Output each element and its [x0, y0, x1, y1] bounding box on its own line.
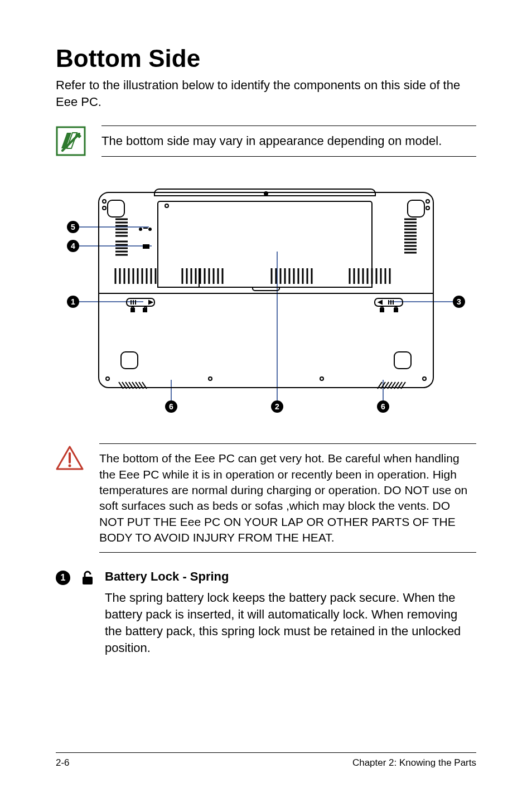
page-title: Bottom Side — [56, 45, 476, 73]
intro-text: Refer to the illustration below to ident… — [56, 77, 476, 110]
callout-6a: 6 — [169, 402, 173, 411]
callout-2: 2 — [275, 402, 279, 411]
page: Bottom Side Refer to the illustration be… — [0, 0, 532, 802]
page-footer: 2-6 Chapter 2: Knowing the Parts — [56, 752, 476, 769]
svg-point-23 — [103, 206, 106, 210]
item-1-number: 1 — [56, 571, 70, 585]
callout-3: 3 — [457, 297, 461, 306]
svg-rect-99 — [143, 308, 147, 312]
warning-block: The bottom of the Eee PC can get very ho… — [56, 443, 476, 553]
footer-page-number: 2-6 — [56, 757, 70, 769]
callout-4: 4 — [71, 241, 75, 250]
svg-point-129 — [69, 465, 71, 467]
note-text: The bottom side may vary in appearance d… — [101, 125, 476, 157]
svg-rect-105 — [394, 308, 398, 312]
svg-point-110 — [320, 377, 323, 380]
svg-point-19 — [165, 204, 168, 207]
lock-icon — [79, 569, 96, 588]
svg-point-24 — [426, 200, 429, 203]
svg-point-109 — [209, 377, 212, 380]
warning-icon — [56, 443, 84, 470]
svg-point-108 — [106, 377, 109, 380]
callout-6b: 6 — [381, 402, 385, 411]
svg-point-25 — [426, 206, 429, 210]
callout-1: 1 — [71, 297, 75, 306]
svg-point-111 — [423, 377, 426, 380]
svg-point-92 — [149, 228, 151, 230]
item-1-block: 1 Battery Lock - Spring The spring batte… — [56, 569, 476, 656]
svg-point-18 — [264, 192, 268, 195]
note-block: The bottom side may vary in appearance d… — [56, 125, 476, 157]
svg-rect-93 — [143, 245, 149, 248]
bottom-diagram: 5 4 1 3 6 2 6 — [65, 179, 467, 421]
svg-rect-20 — [108, 200, 124, 217]
svg-point-90 — [139, 228, 142, 230]
svg-rect-130 — [83, 577, 93, 584]
item-1-heading: Battery Lock - Spring — [105, 569, 476, 584]
svg-rect-104 — [380, 308, 384, 312]
warning-text: The bottom of the Eee PC can get very ho… — [99, 443, 476, 553]
svg-rect-98 — [131, 308, 134, 312]
footer-chapter: Chapter 2: Knowing the Parts — [352, 757, 476, 769]
svg-rect-106 — [121, 352, 138, 369]
item-1-text: The spring battery lock keeps the batter… — [105, 590, 476, 656]
callout-5: 5 — [71, 223, 75, 231]
note-icon — [56, 126, 86, 156]
svg-point-22 — [103, 200, 106, 203]
svg-rect-107 — [394, 352, 411, 369]
svg-rect-21 — [408, 200, 424, 217]
